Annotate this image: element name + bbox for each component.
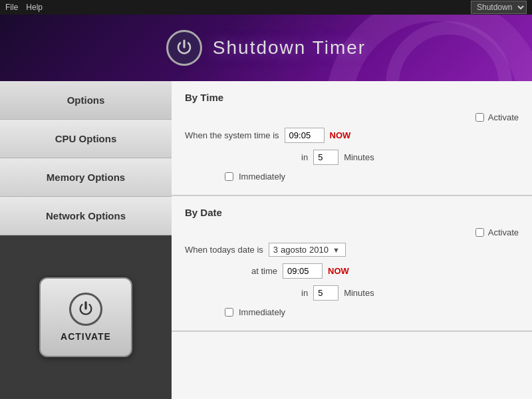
activate-button[interactable]: ACTIVATE xyxy=(39,277,132,357)
by-date-when-label: When todays date is xyxy=(185,245,263,255)
by-time-section: By Time Activate When the system time is… xyxy=(172,81,532,196)
content-area: By Time Activate When the system time is… xyxy=(172,81,532,399)
by-date-activate-checkbox[interactable] xyxy=(475,228,484,237)
by-date-at-time-row: at time NOW xyxy=(185,263,519,279)
date-month: agosto xyxy=(281,245,307,255)
menu-help[interactable]: Help xyxy=(26,3,43,12)
header-title-text: Shutdown Timer xyxy=(213,37,366,59)
by-time-when-label: When the system time is xyxy=(185,130,279,140)
sidebar-btn-cpu-options[interactable]: CPU Options xyxy=(0,120,172,158)
by-time-when-row: When the system time is NOW xyxy=(185,128,519,143)
by-time-in-label: in xyxy=(301,152,308,162)
by-date-activate-row: Activate xyxy=(185,227,519,237)
by-time-immediately-label: Immediately xyxy=(239,172,285,182)
by-time-minutes-label: Minutes xyxy=(344,152,374,162)
by-time-immediately-row: Immediately xyxy=(225,172,519,182)
by-date-minutes-label: Minutes xyxy=(344,288,374,298)
header-banner: Shutdown Timer xyxy=(0,15,532,81)
by-date-at-time-label: at time xyxy=(251,266,277,276)
by-time-title: By Time xyxy=(185,92,519,103)
by-date-immediately-row: Immediately xyxy=(225,307,519,317)
activate-power-icon xyxy=(69,293,102,326)
by-time-time-input[interactable] xyxy=(285,128,325,143)
by-date-when-row: When todays date is 3 agosto 2010 ▼ xyxy=(185,243,519,257)
top-action-dropdown-container: ShutdownRestartHibernateSleepLog Off xyxy=(471,1,527,14)
menu-file[interactable]: File xyxy=(5,3,18,12)
by-time-activate-checkbox[interactable] xyxy=(475,113,484,122)
by-time-now-link[interactable]: NOW xyxy=(330,130,351,140)
sidebar-btn-network-options[interactable]: Network Options xyxy=(0,197,172,235)
by-time-immediately-checkbox[interactable] xyxy=(225,172,233,181)
by-date-activate-label: Activate xyxy=(488,227,519,237)
main-layout: Options CPU Options Memory Options Netwo… xyxy=(0,81,532,399)
by-date-minutes-input[interactable] xyxy=(313,285,338,301)
by-date-now-link[interactable]: NOW xyxy=(328,266,349,276)
activate-area: ACTIVATE xyxy=(0,235,172,399)
sidebar: Options CPU Options Memory Options Netwo… xyxy=(0,81,172,399)
by-date-immediately-checkbox[interactable] xyxy=(225,308,233,317)
action-select[interactable]: ShutdownRestartHibernateSleepLog Off xyxy=(471,1,527,14)
by-date-in-label: in xyxy=(301,288,308,298)
sidebar-btn-memory-options[interactable]: Memory Options xyxy=(0,158,172,197)
date-input-group: 3 agosto 2010 ▼ xyxy=(269,243,346,257)
activate-button-label: ACTIVATE xyxy=(61,331,111,342)
date-dropdown-button[interactable]: ▼ xyxy=(331,246,341,254)
by-date-immediately-label: Immediately xyxy=(239,307,285,317)
by-time-minutes-input[interactable] xyxy=(313,150,338,165)
date-year: 2010 xyxy=(309,245,329,255)
sidebar-btn-options[interactable]: Options xyxy=(0,81,172,120)
by-time-activate-label: Activate xyxy=(488,112,519,122)
by-date-time-input[interactable] xyxy=(283,263,323,279)
power-icon-large xyxy=(166,30,202,66)
date-day: 3 xyxy=(273,245,278,255)
by-date-title: By Date xyxy=(185,207,519,218)
by-time-in-row: in Minutes xyxy=(185,150,519,165)
by-date-section: By Date Activate When todays date is 3 a… xyxy=(172,196,532,332)
by-date-in-row: in Minutes xyxy=(185,285,519,301)
menubar: File Help ShutdownRestartHibernateSleepL… xyxy=(0,0,532,15)
by-time-activate-row: Activate xyxy=(185,112,519,122)
header-title-group: Shutdown Timer xyxy=(166,30,366,66)
